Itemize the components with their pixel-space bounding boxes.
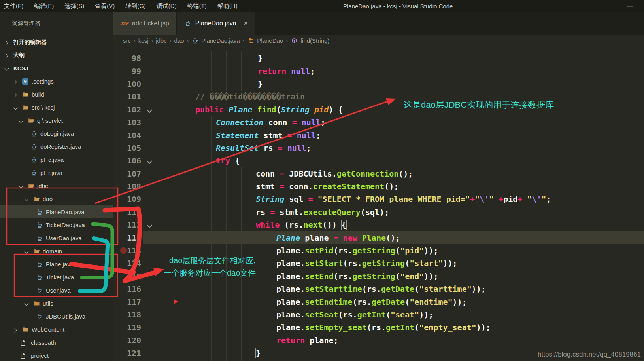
tree-item-dao[interactable]: dao: [0, 192, 113, 205]
breadcrumb-item-jdbc[interactable]: jdbc: [156, 37, 167, 44]
tab-addticket-jsp[interactable]: JSPaddTicket.jsp: [113, 12, 177, 35]
folder-open-icon: [32, 196, 40, 202]
breadcrumb-label: find(String): [300, 37, 329, 44]
code-line-112[interactable]: 112Plane plane = new Plane();: [113, 231, 644, 244]
code-line-119[interactable]: 119plane.setEmpty_seat(rs.getInt("empty_…: [113, 321, 644, 334]
section-kcsj[interactable]: KCSJ: [0, 62, 113, 75]
menu-item-调试-d[interactable]: 调试(D): [157, 2, 177, 10]
menu-item-查看-v[interactable]: 查看(V): [95, 2, 115, 10]
menu-item-文件-f[interactable]: 文件(F): [4, 2, 23, 10]
tree-item-userdao-java[interactable]: UserDao.java: [0, 232, 113, 245]
tree-item-project[interactable]: .project: [0, 349, 113, 361]
code-line-106[interactable]: 106try {: [113, 154, 644, 167]
token: (: [414, 323, 419, 332]
code-text: ResultSet rs = null;: [158, 143, 311, 153]
tree-item-settings[interactable]: ⚙.settings: [0, 75, 113, 88]
token: ResultSet: [216, 143, 259, 153]
menu-item-帮助-h[interactable]: 帮助(H): [217, 2, 238, 10]
tree-item-user-java[interactable]: User.java: [0, 284, 113, 297]
token: ()): [323, 220, 342, 230]
token: Connection: [216, 118, 263, 127]
tree-item-dologin-java[interactable]: doLogin.java: [0, 127, 113, 140]
code-line-118[interactable]: 118plane.setSeat(rs.getInt("seat"));: [113, 308, 644, 321]
code-text: conn = JDBCUtils.getConnection();: [158, 169, 413, 179]
tree-item-pl-c-java[interactable]: pl_c.java: [0, 153, 113, 166]
code-editor[interactable]: 98}99return null;100}101// ����tid������…: [113, 46, 644, 361]
tree-item-build[interactable]: build: [0, 88, 113, 101]
tree-item-ticket-java[interactable]: Ticket.java: [0, 271, 113, 284]
tree-item-domain[interactable]: domain: [0, 245, 113, 258]
tree-item-src-kcsj[interactable]: src \ kcsj: [0, 101, 113, 114]
code-line-116[interactable]: 116plane.setStarttime(rs.getDate("startt…: [113, 283, 644, 295]
menu-item-编辑-e[interactable]: 编辑(E): [34, 2, 54, 10]
code-line-104[interactable]: 104Statement stmt = null;: [113, 129, 644, 141]
tree-item-utils[interactable]: utils: [0, 297, 113, 310]
token: String: [256, 194, 284, 204]
code-text: return null;: [158, 66, 315, 76]
section-打开的编辑器[interactable]: 打开的编辑器: [0, 36, 113, 49]
code-text: }: [158, 79, 263, 89]
code-line-98[interactable]: 98}: [113, 52, 644, 65]
code-line-100[interactable]: 100}: [113, 78, 644, 90]
tab-label: PlaneDao.java: [195, 20, 236, 27]
minimize-button[interactable]: —: [622, 0, 638, 12]
line-number: 116: [113, 284, 144, 294]
menu-item-终端-t[interactable]: 终端(T): [187, 2, 207, 10]
tree-item-label: pl_r.java: [40, 169, 62, 176]
section-大纲[interactable]: 大纲: [0, 49, 113, 62]
tree-item-ticketdao-java[interactable]: TicketDao.java: [0, 218, 113, 232]
java-icon: [36, 235, 43, 241]
breadcrumb-item-planedao-java[interactable]: PlaneDao.java: [191, 37, 240, 44]
token: plane.: [276, 272, 305, 281]
token: {: [342, 220, 346, 230]
token: [224, 105, 229, 114]
token: ;: [321, 118, 325, 127]
method-icon: [291, 37, 298, 44]
token: (sql);: [361, 207, 389, 217]
code-line-111[interactable]: 111while (rs.next()) {: [113, 218, 644, 231]
explorer-sidebar: 资源管理器 打开的编辑器大纲KCSJ ⚙.settingsbuildsrc \ …: [0, 12, 113, 361]
breadcrumb: src›kcsj›jdbc›dao›PlaneDao.java›PlaneDao…: [113, 35, 644, 46]
code-line-108[interactable]: 108stmt = conn.createStatement();: [113, 180, 644, 193]
close-icon[interactable]: ×: [244, 19, 248, 27]
code-line-102[interactable]: 102public Plane find(String pid) {: [113, 103, 644, 116]
tree-item-jdbcutils-java[interactable]: JDBCUtils.java: [0, 310, 113, 323]
breadcrumb-item-dao[interactable]: dao: [174, 37, 184, 44]
code-line-105[interactable]: 105ResultSet rs = null;: [113, 142, 644, 154]
breadcrumb-item-kcsj[interactable]: kcsj: [138, 37, 149, 44]
token: (rs.: [367, 323, 386, 332]
tree-item-g-servlet[interactable]: g \ servlet: [0, 114, 113, 127]
code-line-110[interactable]: 110rs = stmt.executeQuery(sql);: [113, 206, 644, 218]
tab-planedao-java[interactable]: PlaneDao.java×: [177, 12, 255, 35]
code-line-120[interactable]: 120return plane;: [113, 334, 644, 347]
menu-item-选择-s[interactable]: 选择(S): [64, 2, 84, 10]
breadcrumb-item-src[interactable]: src: [123, 37, 131, 44]
token: ();: [384, 182, 398, 191]
code-line-107[interactable]: 107conn = JDBCUtils.getConnection();: [113, 167, 644, 180]
tree-item-jdbc[interactable]: jdbc: [0, 179, 113, 192]
tree-item-webcontent[interactable]: WebContent: [0, 323, 113, 336]
menu-bar: 文件(F)编辑(E)选择(S)查看(V)转到(G)调试(D)终端(T)帮助(H): [0, 2, 238, 10]
code-line-113[interactable]: 113plane.setPid(rs.getString("pid"));: [113, 244, 644, 257]
tree-item-plane-java[interactable]: Plane.java: [0, 258, 113, 271]
code-text: plane.setEndtime(rs.getDate("endtime"));: [158, 297, 467, 307]
token: (: [414, 284, 419, 294]
menu-item-转到-g[interactable]: 转到(G): [125, 2, 146, 10]
token: (: [386, 310, 391, 319]
token: "pid": [400, 246, 424, 255]
tree-item-planedao-java[interactable]: PlaneDao.java: [0, 205, 113, 218]
code-line-103[interactable]: 103Connection conn = null;: [113, 116, 644, 129]
code-line-101[interactable]: 101// ����tid��������train: [113, 90, 644, 103]
code-line-114[interactable]: 114plane.setStart(rs.getString("start"))…: [113, 257, 644, 270]
tree-item-pl-r-java[interactable]: pl_r.java: [0, 166, 113, 179]
code-line-115[interactable]: 115plane.setEnd(rs.getString("end"));: [113, 270, 644, 283]
code-line-117[interactable]: 117plane.setEndtime(rs.getDate("endtime"…: [113, 295, 644, 308]
breadcrumb-item-find-string[interactable]: find(String): [291, 37, 329, 44]
token: pid: [503, 194, 517, 204]
token: setStarttime: [305, 284, 362, 294]
code-line-109[interactable]: 109String sql = "SELECT * FROM plane WHE…: [113, 193, 644, 205]
tree-item-classpath[interactable]: .classpath: [0, 336, 113, 349]
code-line-99[interactable]: 99return null;: [113, 65, 644, 77]
breadcrumb-item-planedao[interactable]: PlaneDao: [247, 37, 283, 44]
tree-item-doregister-java[interactable]: doRegister.java: [0, 140, 113, 153]
